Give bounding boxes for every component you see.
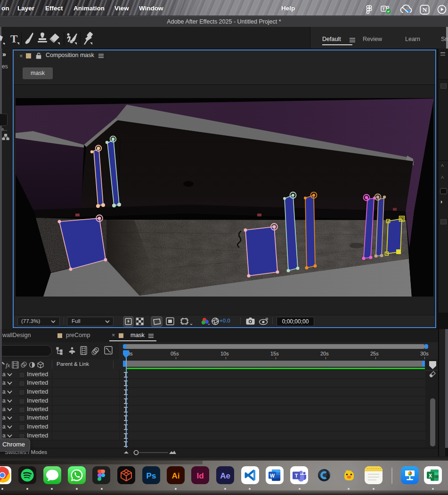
svg-text:Id: Id — [196, 471, 204, 480]
svg-text:X: X — [429, 473, 432, 478]
svg-text:Ai: Ai — [172, 471, 180, 480]
svg-text:T: T — [10, 33, 17, 45]
svg-text:T: T — [295, 473, 298, 478]
svg-text:W: W — [270, 473, 275, 478]
svg-text:Ae: Ae — [220, 471, 230, 480]
svg-text:N: N — [423, 6, 427, 13]
svg-text:Ps: Ps — [147, 471, 156, 480]
svg-text:T: T — [383, 7, 385, 11]
svg-text:fx: fx — [6, 362, 10, 369]
